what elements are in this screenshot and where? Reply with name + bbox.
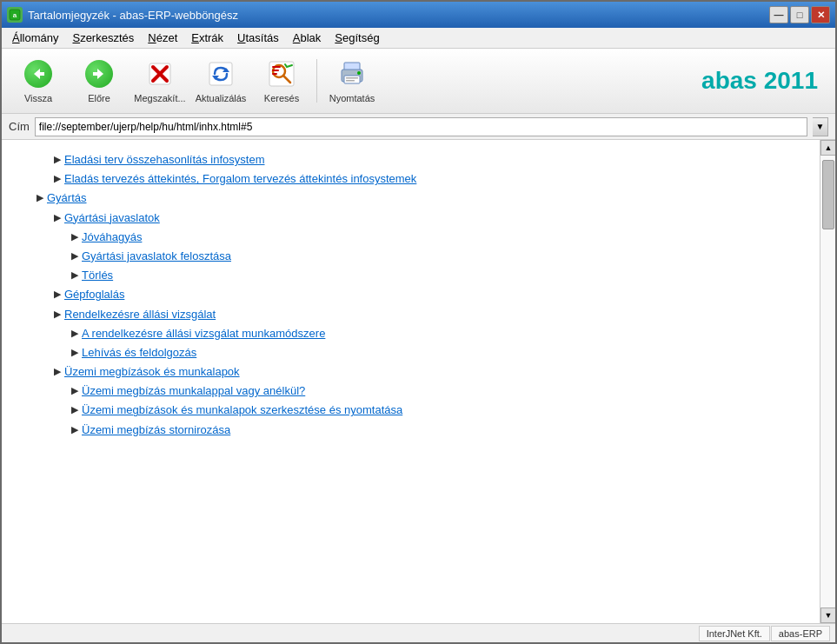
refresh-icon — [205, 58, 236, 90]
toc-arrow-icon[interactable]: ▶ — [54, 366, 61, 377]
list-item: ▶Üzemi megbízások és munkalapok szerkesz… — [71, 402, 802, 418]
svg-rect-9 — [209, 63, 232, 85]
svg-rect-17 — [272, 73, 277, 75]
list-item: ▶Rendelkezésre állási vizsgálat — [54, 307, 802, 322]
forward-label: Előre — [88, 93, 110, 103]
toolbar-separator — [316, 59, 317, 103]
svg-point-23 — [357, 71, 361, 75]
svg-rect-22 — [346, 80, 355, 82]
toc-link[interactable]: Gyártási javaslatok felosztása — [82, 249, 231, 264]
scroll-up-button[interactable]: ▲ — [820, 140, 835, 156]
brand-label: abas 2011 — [701, 67, 828, 95]
minimize-button[interactable]: — — [769, 6, 788, 23]
list-item: ▶Üzemi megbízások és munkalapok — [54, 364, 802, 380]
forward-button[interactable]: Előre — [70, 54, 129, 108]
svg-rect-15 — [272, 66, 281, 68]
menu-extrak[interactable]: Extrák — [184, 28, 230, 48]
svg-rect-5 — [93, 72, 98, 76]
window-title: Tartalomjegyzék - abas-ERP-webböngész — [28, 9, 238, 22]
toc-arrow-icon[interactable]: ▶ — [54, 289, 61, 300]
svg-rect-20 — [344, 76, 360, 83]
back-label: Vissza — [24, 93, 52, 103]
list-item: ▶Eladás tervezés áttekintés, Forgalom te… — [54, 171, 802, 187]
search-button[interactable]: Keresés — [252, 54, 311, 108]
stop-icon — [144, 58, 176, 90]
content-area: ▶Eladási terv összehasonlítás infosystem… — [2, 140, 820, 623]
toc-link[interactable]: Jóváhagyás — [82, 229, 142, 245]
toc-link[interactable]: A rendelkezésre állási vizsgálat munkamó… — [82, 326, 325, 342]
toc-link[interactable]: Üzemi megbízások és munkalapok szerkeszt… — [82, 402, 402, 418]
toc-arrow-icon[interactable]: ▶ — [71, 269, 78, 281]
refresh-button[interactable]: Aktualizálás — [191, 54, 250, 108]
refresh-label: Aktualizálás — [196, 93, 247, 103]
address-dropdown-button[interactable]: ▼ — [813, 117, 828, 136]
forward-icon — [83, 58, 115, 90]
toc-arrow-icon[interactable]: ▶ — [54, 173, 61, 184]
list-item: ▶Gyártási javaslatok felosztása — [71, 249, 802, 264]
status-product: abas-ERP — [771, 626, 830, 641]
menu-allomany[interactable]: Állomány — [5, 28, 65, 48]
toc-link[interactable]: Üzemi megbízások és munkalapok — [64, 364, 240, 380]
toc-arrow-icon[interactable]: ▶ — [71, 250, 78, 262]
scroll-thumb[interactable] — [822, 160, 834, 229]
svg-rect-21 — [346, 77, 358, 79]
list-item: ▶Eladási terv összehasonlítás infosystem — [54, 152, 802, 168]
menu-ablak[interactable]: Ablak — [286, 28, 329, 48]
toc-link[interactable]: Rendelkezésre állási vizsgálat — [64, 307, 216, 322]
address-input[interactable] — [35, 117, 807, 136]
close-button[interactable]: ✕ — [811, 6, 830, 23]
menu-utasitas[interactable]: Utasítás — [230, 28, 286, 48]
stop-button[interactable]: Megszakít... — [130, 54, 189, 108]
toc-link[interactable]: Eladás tervezés áttekintés, Forgalom ter… — [64, 171, 416, 187]
print-button[interactable]: Nyomtatás — [322, 54, 382, 108]
svg-rect-16 — [272, 70, 279, 71]
toc-arrow-icon[interactable]: ▶ — [54, 309, 61, 320]
scrollbar: ▲ ▼ — [820, 140, 835, 623]
svg-text:a: a — [13, 11, 17, 19]
list-item: ▶Gyártási javaslatok — [54, 210, 802, 226]
toc-arrow-icon[interactable]: ▶ — [54, 154, 61, 165]
toc-link[interactable]: Gyártás — [47, 190, 87, 206]
toc-arrow-icon[interactable]: ▶ — [71, 347, 78, 358]
title-bar: a Tartalomjegyzék - abas-ERP-webböngész … — [2, 2, 835, 28]
toc-link[interactable]: Üzemi megbízás munkalappal vagy anélkül? — [82, 383, 305, 399]
toc-arrow-icon[interactable]: ▶ — [71, 231, 78, 242]
main-window: a Tartalomjegyzék - abas-ERP-webböngész … — [0, 0, 837, 644]
list-item: ▶Lehívás és feldolgozás — [71, 345, 802, 361]
toc-link[interactable]: Eladási terv összehasonlítás infosystem — [64, 152, 265, 168]
toc-link[interactable]: Törlés — [82, 268, 113, 283]
toc-link[interactable]: Gyártási javaslatok — [64, 210, 160, 226]
address-label: Cím — [9, 120, 30, 133]
list-item: ▶Üzemi megbízás munkalappal vagy anélkül… — [71, 383, 802, 399]
list-item: ▶Jóváhagyás — [71, 229, 802, 245]
list-item: ▶Gépfoglalás — [54, 287, 802, 302]
list-item: ▶Törlés — [71, 268, 802, 283]
toc-arrow-icon[interactable]: ▶ — [71, 424, 78, 435]
toc-arrow-icon[interactable]: ▶ — [54, 212, 61, 223]
stop-label: Megszakít... — [134, 93, 185, 103]
scroll-down-button[interactable]: ▼ — [820, 607, 835, 623]
menu-szerkesztes[interactable]: Szerkesztés — [65, 28, 141, 48]
toc-arrow-icon[interactable]: ▶ — [71, 328, 78, 339]
menu-nezet[interactable]: Nézet — [141, 28, 184, 48]
menu-segitseg[interactable]: Segítség — [328, 28, 386, 48]
search-icon — [266, 58, 297, 90]
toc-arrow-icon[interactable]: ▶ — [71, 404, 78, 415]
status-company: InterJNet Kft. — [699, 626, 770, 641]
toc-arrow-icon[interactable]: ▶ — [71, 385, 78, 396]
scroll-track — [820, 156, 835, 607]
list-item: ▶A rendelkezésre állási vizsgálat munkam… — [71, 326, 802, 342]
back-button[interactable]: Vissza — [9, 54, 68, 108]
window-controls: — □ ✕ — [769, 6, 830, 23]
maximize-button[interactable]: □ — [790, 6, 809, 23]
toc-link[interactable]: Lehívás és feldolgozás — [82, 345, 196, 361]
toc-link[interactable]: Gépfoglalás — [64, 287, 124, 302]
app-icon: a — [7, 7, 23, 23]
list-item: ▶Üzemi megbízás stornirozása — [71, 422, 802, 438]
list-item: ▶Gyártás — [37, 190, 802, 206]
toc-link[interactable]: Üzemi megbízás stornirozása — [82, 422, 230, 438]
search-label: Keresés — [264, 93, 299, 103]
toc-arrow-icon[interactable]: ▶ — [37, 192, 43, 203]
content-wrapper: ▶Eladási terv összehasonlítás infosystem… — [2, 140, 835, 623]
status-bar: InterJNet Kft. abas-ERP — [2, 623, 835, 642]
